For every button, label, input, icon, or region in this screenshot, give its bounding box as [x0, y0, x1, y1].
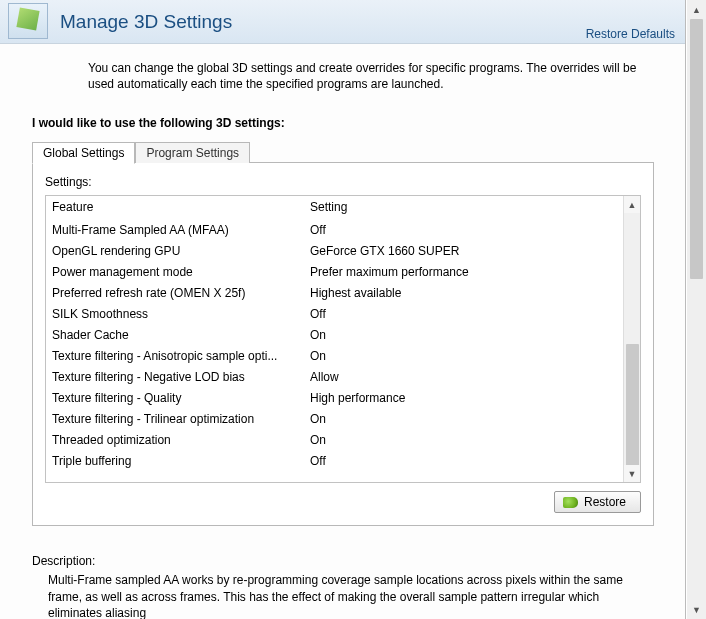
header-bar: Manage 3D Settings Restore Defaults [0, 0, 685, 44]
section-heading: I would like to use the following 3D set… [32, 116, 664, 130]
setting-cell: Prefer maximum performance [310, 265, 623, 279]
settings-row[interactable]: Preferred refresh rate (OMEN X 25f)Highe… [46, 282, 623, 303]
setting-cell: On [310, 412, 623, 426]
settings-row[interactable]: Triple bufferingOff [46, 450, 623, 471]
feature-cell: Power management mode [52, 265, 310, 279]
settings-row[interactable]: Power management modePrefer maximum perf… [46, 261, 623, 282]
settings-row[interactable]: Texture filtering - Trilinear optimizati… [46, 408, 623, 429]
settings-row[interactable]: Threaded optimizationOn [46, 429, 623, 450]
description-label: Description: [32, 554, 654, 568]
restore-button[interactable]: Restore [554, 491, 641, 513]
listbox-scrollbar[interactable]: ▲ ▼ [623, 196, 640, 482]
feature-cell: Preferred refresh rate (OMEN X 25f) [52, 286, 310, 300]
settings-label: Settings: [45, 175, 641, 189]
restore-defaults-link[interactable]: Restore Defaults [586, 27, 675, 41]
setting-cell: Allow [310, 370, 623, 384]
scroll-thumb[interactable] [690, 19, 703, 279]
window-scrollbar[interactable]: ▲ ▼ [687, 0, 706, 619]
setting-cell: On [310, 349, 623, 363]
setting-cell: Off [310, 454, 623, 468]
setting-cell: High performance [310, 391, 623, 405]
scroll-up-icon[interactable]: ▲ [687, 0, 706, 19]
settings-row[interactable]: Texture filtering - Anisotropic sample o… [46, 345, 623, 366]
setting-cell: On [310, 328, 623, 342]
setting-cell: Highest available [310, 286, 623, 300]
tab-global-settings[interactable]: Global Settings [32, 142, 135, 164]
settings-listbox[interactable]: Feature Setting Multi-Frame Sampled AA (… [45, 195, 641, 483]
scroll-up-icon[interactable]: ▲ [624, 196, 640, 213]
page-title: Manage 3D Settings [60, 11, 232, 33]
description-text: Multi-Frame sampled AA works by re-progr… [48, 572, 654, 619]
restore-button-label: Restore [584, 495, 626, 509]
settings-row[interactable]: Texture filtering - QualityHigh performa… [46, 387, 623, 408]
settings-panel: Settings: Feature Setting Multi-Frame Sa… [32, 162, 654, 526]
description-section: Description: Multi-Frame sampled AA work… [32, 554, 654, 619]
settings-row[interactable]: Multi-Frame Sampled AA (MFAA)Off [46, 219, 623, 240]
settings-row[interactable]: SILK SmoothnessOff [46, 303, 623, 324]
setting-cell: Off [310, 307, 623, 321]
feature-cell: Texture filtering - Anisotropic sample o… [52, 349, 310, 363]
setting-cell: GeForce GTX 1660 SUPER [310, 244, 623, 258]
setting-cell: Off [310, 223, 623, 237]
list-header: Feature Setting [46, 196, 623, 219]
tab-program-settings[interactable]: Program Settings [135, 142, 250, 163]
nvidia-logo-icon [563, 497, 578, 508]
tabs-bar: Global Settings Program Settings [32, 140, 654, 162]
column-header-feature: Feature [52, 200, 310, 214]
intro-text: You can change the global 3D settings an… [88, 60, 660, 92]
scroll-down-icon[interactable]: ▼ [624, 465, 640, 482]
feature-cell: OpenGL rendering GPU [52, 244, 310, 258]
feature-cell: Texture filtering - Trilinear optimizati… [52, 412, 310, 426]
settings-row[interactable]: OpenGL rendering GPUGeForce GTX 1660 SUP… [46, 240, 623, 261]
column-header-setting: Setting [310, 200, 623, 214]
feature-cell: Texture filtering - Quality [52, 391, 310, 405]
feature-cell: Texture filtering - Negative LOD bias [52, 370, 310, 384]
settings-row[interactable]: Texture filtering - Negative LOD biasAll… [46, 366, 623, 387]
scroll-down-icon[interactable]: ▼ [687, 600, 706, 619]
settings-row[interactable]: Shader CacheOn [46, 324, 623, 345]
header-3d-icon [8, 3, 50, 41]
feature-cell: Shader Cache [52, 328, 310, 342]
feature-cell: SILK Smoothness [52, 307, 310, 321]
feature-cell: Threaded optimization [52, 433, 310, 447]
scroll-thumb[interactable] [626, 344, 639, 466]
setting-cell: On [310, 433, 623, 447]
feature-cell: Triple buffering [52, 454, 310, 468]
feature-cell: Multi-Frame Sampled AA (MFAA) [52, 223, 310, 237]
